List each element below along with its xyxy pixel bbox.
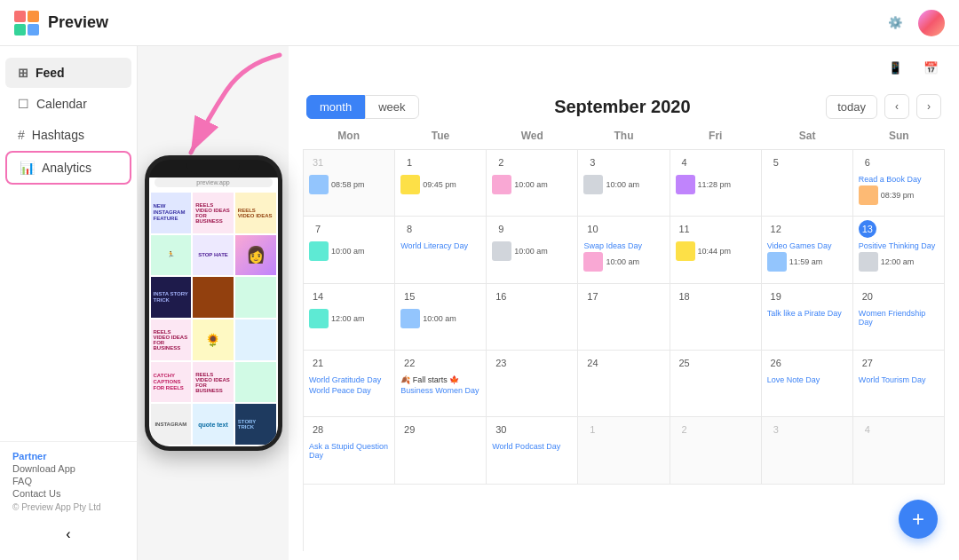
calendar-event: Women Friendship Day — [859, 309, 939, 327]
calendar-cell[interactable]: 28Ask a Stupid Question Day — [304, 417, 395, 484]
phone-cell — [193, 277, 234, 318]
calendar-event: Love Note Day — [767, 375, 847, 384]
calendar-cell[interactable]: 1510:00 am — [395, 284, 487, 351]
app-title: Preview — [48, 13, 108, 32]
calendar-event: World Literacy Day — [400, 241, 480, 250]
phone-cell: INSTAGRAM — [151, 404, 192, 445]
sidebar-label-analytics: Analytics — [42, 161, 91, 175]
calendar-cell[interactable]: 4 — [853, 417, 945, 484]
content-area: preview.app NEW INSTAGRAM FEATURE REELS … — [138, 46, 959, 560]
phone-cell: NEW INSTAGRAM FEATURE — [151, 193, 192, 233]
next-month-button[interactable]: › — [916, 94, 941, 119]
calendar-cell[interactable]: 13Positive Thinking Day12:00 am — [853, 217, 945, 283]
phone-cell: quote text — [193, 404, 234, 445]
calendar-cell[interactable]: 19Talk like a Pirate Day — [762, 284, 853, 351]
calendar-cell[interactable]: 910:00 am — [487, 217, 578, 283]
prev-month-button[interactable]: ‹ — [884, 94, 909, 119]
calendar-cell[interactable]: 710:00 am — [304, 217, 395, 283]
footer-contact-link[interactable]: Contact Us — [12, 488, 124, 499]
phone-cell: REELS VIDEO IDEAS — [235, 193, 276, 233]
sidebar-collapse-button[interactable]: ‹ — [0, 519, 137, 549]
today-button[interactable]: today — [826, 95, 877, 119]
calendar-cell[interactable]: 1110:44 pm — [670, 217, 762, 283]
calendar-event: Swap Ideas Day — [583, 241, 663, 250]
sidebar-item-hashtags[interactable]: # Hashtags — [5, 120, 131, 150]
avatar[interactable] — [918, 10, 945, 36]
phone-mockup: preview.app NEW INSTAGRAM FEATURE REELS … — [145, 155, 282, 451]
calendar-cell[interactable]: 27World Tourism Day — [853, 351, 945, 417]
calendar-cell[interactable]: 1 — [578, 417, 670, 484]
calendar-cell[interactable]: 6Read a Book Day08:39 pm — [853, 150, 945, 217]
calendar-toolbar: month week September 2020 today ‹ › — [289, 82, 959, 126]
calendar-cell[interactable]: 5 — [762, 150, 853, 217]
sidebar-label-calendar: Calendar — [36, 97, 87, 111]
phone-cell: REELS VIDEO IDEAS FOR BUSINESS — [151, 319, 192, 360]
calendar-cell[interactable]: 23 — [487, 351, 578, 417]
calendar-event: 10:00 am — [583, 175, 663, 194]
settings-button[interactable]: ⚙️ — [881, 9, 909, 37]
calendar-event: 08:39 pm — [859, 185, 939, 205]
calendar-cell[interactable]: 2 — [670, 417, 762, 484]
calendar-cell[interactable]: 10Swap Ideas Day10:00 am — [578, 217, 670, 283]
phone-cell: CATCHY CAPTIONS FOR REELS — [151, 362, 192, 403]
calendar-cell[interactable]: 109:45 pm — [395, 150, 487, 217]
footer-faq-link[interactable]: FAQ — [12, 476, 124, 486]
sidebar-copyright: © Preview App Pty Ltd — [12, 502, 124, 512]
calendar-cell[interactable]: 25 — [670, 351, 762, 417]
day-name-tue: Tue — [394, 126, 486, 146]
app-logo — [14, 11, 39, 35]
phone-cell — [235, 319, 276, 360]
sidebar-item-analytics[interactable]: 📊 Analytics — [5, 151, 131, 185]
calendar-event: Talk like a Pirate Day — [767, 309, 847, 318]
footer-partner-link[interactable]: Partner — [12, 451, 124, 461]
calendar-cell[interactable]: 26Love Note Day — [762, 351, 853, 417]
calendar-event: 12:00 am — [859, 252, 939, 272]
calendar-cell[interactable]: 3 — [762, 417, 853, 484]
phone-cell: 🏃 — [151, 235, 192, 276]
calendar-cell[interactable]: 16 — [487, 284, 578, 351]
sidebar-nav: ⊞ Feed ☐ Calendar # Hashtags 📊 Analytics — [0, 57, 137, 441]
calendar-cell[interactable]: 8World Literacy Day — [395, 217, 487, 283]
calendar-cell[interactable]: 22🍂 Fall starts 🍁Business Women Day — [395, 351, 487, 417]
calendar-cell[interactable]: 310:00 am — [578, 150, 670, 217]
phone-notch — [186, 160, 240, 174]
month-view-button[interactable]: month — [306, 95, 365, 119]
calendar-event: 12:00 am — [309, 309, 389, 328]
phone-cell: INSTA STORY TRICK — [151, 277, 192, 318]
sidebar-item-feed[interactable]: ⊞ Feed — [5, 58, 131, 88]
calendar-event: 10:00 am — [309, 241, 389, 261]
calendar-nav: today ‹ › — [826, 94, 941, 119]
sidebar-label-hashtags: Hashtags — [32, 128, 84, 142]
calendar-cell[interactable]: 30World Podcast Day — [487, 417, 578, 484]
header-left: Preview — [14, 11, 108, 35]
add-fab-button[interactable]: + — [899, 500, 938, 539]
sidebar-footer: Partner Download App FAQ Contact Us © Pr… — [0, 441, 137, 519]
calendar-event: World Tourism Day — [859, 375, 939, 384]
day-name-sat: Sat — [761, 126, 852, 146]
sidebar-item-calendar[interactable]: ☐ Calendar — [5, 89, 131, 119]
calendar-cell[interactable]: 20Women Friendship Day — [853, 284, 945, 351]
app-header: Preview ⚙️ — [0, 0, 959, 46]
calendar-cell[interactable]: 210:00 am — [487, 150, 578, 217]
week-view-button[interactable]: week — [365, 95, 418, 119]
calendar-cell[interactable]: 17 — [578, 284, 670, 351]
calendar-cell[interactable]: 3108:58 pm — [304, 150, 395, 217]
phone-view-button[interactable]: 📱 — [881, 53, 909, 82]
calendar-cell[interactable]: 29 — [395, 417, 487, 484]
calendar-cell[interactable]: 1412:00 am — [304, 284, 395, 351]
calendar-view-button[interactable]: 📅 — [916, 53, 945, 82]
calendar-top-icons: 📱 📅 — [881, 53, 945, 82]
phone-cell: STOP HATE — [193, 235, 234, 276]
calendar-event: 10:00 am — [400, 309, 480, 328]
calendar-cell[interactable]: 21World Gratitude DayWorld Peace Day — [304, 351, 395, 417]
hashtag-icon: # — [18, 128, 25, 142]
calendar-event: 10:00 am — [492, 175, 572, 194]
calendar-cell[interactable]: 24 — [578, 351, 670, 417]
day-name-sun: Sun — [853, 126, 945, 146]
calendar-cell[interactable]: 12Video Games Day11:59 am — [762, 217, 853, 283]
footer-download-link[interactable]: Download App — [12, 463, 124, 474]
calendar-cell[interactable]: 18 — [670, 284, 762, 351]
main-layout: ⊞ Feed ☐ Calendar # Hashtags 📊 Analytics… — [0, 46, 959, 560]
calendar-event: 11:28 pm — [676, 175, 756, 194]
calendar-cell[interactable]: 411:28 pm — [670, 150, 762, 217]
